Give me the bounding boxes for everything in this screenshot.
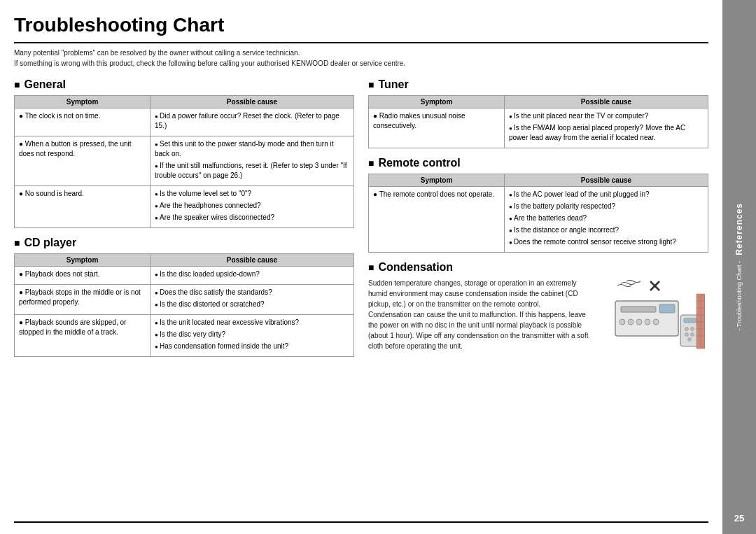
cd-cause-1: Is the disc loaded upside-down? <box>150 267 354 285</box>
table-row: ● Playback sounds are skipped, or stoppe… <box>15 315 354 357</box>
general-table: Symptom Possible cause ● The clock is no… <box>14 95 354 228</box>
cd-cause-2: Does the disc satisfy the standards? Is … <box>150 285 354 315</box>
table-row: ● When a button is pressed, the unit doe… <box>15 136 354 186</box>
svg-point-14 <box>685 332 689 336</box>
svg-rect-3 <box>621 307 656 312</box>
remote-section-title: Remote control <box>368 157 708 169</box>
cd-player-section-title: CD player <box>14 237 354 249</box>
table-row: ● The remote control does not operate. I… <box>369 187 708 253</box>
svg-point-7 <box>636 319 642 325</box>
right-column: Tuner Symptom Possible cause ● Radio mak… <box>368 78 708 365</box>
general-cause-header: Possible cause <box>150 96 354 108</box>
tuner-section-title: Tuner <box>368 78 708 91</box>
tuner-symptom-1: ● Radio makes unusual noise consecutivel… <box>369 108 505 148</box>
cd-symptom-3: ● Playback sounds are skipped, or stoppe… <box>15 315 150 357</box>
page-title: Troubleshooting Chart <box>14 14 708 43</box>
cd-symptom-1: ● Playback does not start. <box>15 267 150 285</box>
tuner-table: Symptom Possible cause ● Radio makes unu… <box>368 95 708 148</box>
tuner-cause-1: Is the unit placed near the TV or comput… <box>505 108 708 148</box>
table-row: ● Playback does not start. Is the disc l… <box>15 267 354 285</box>
table-row: ● Playback stops in the middle or is not… <box>15 285 354 315</box>
cd-cause-header: Possible cause <box>150 254 354 267</box>
sidebar: References - Troubleshooting Chart - 25 <box>722 0 756 534</box>
cd-symptom-2: ● Playback stops in the middle or is not… <box>15 285 150 315</box>
left-column: General Symptom Possible cause ● The clo… <box>14 78 354 365</box>
condensation-section: Sudden temperature changes, storage or o… <box>368 278 708 351</box>
bottom-border <box>14 521 708 523</box>
svg-rect-4 <box>659 304 675 313</box>
tuner-cause-header: Possible cause <box>505 96 708 108</box>
general-cause-1: Did a power failure occur? Reset the clo… <box>150 108 354 136</box>
tuner-symptom-header: Symptom <box>369 96 505 108</box>
svg-point-13 <box>691 327 694 330</box>
page-number: 25 <box>734 513 744 524</box>
cd-player-table: Symptom Possible cause ● Playback does n… <box>14 253 354 357</box>
table-row: ● No sound is heard. Is the volume level… <box>15 186 354 228</box>
remote-cause-1: Is the AC power lead of the unit plugged… <box>505 187 708 253</box>
general-cause-2: Set this unit to the power stand-by mode… <box>150 136 354 186</box>
sidebar-sub-text: - Troubleshooting Chart - <box>736 261 743 331</box>
intro-text: Many potential "problems" can be resolve… <box>14 48 708 69</box>
svg-rect-11 <box>684 318 696 323</box>
remote-table: Symptom Possible cause ● The remote cont… <box>368 174 708 253</box>
general-symptom-header: Symptom <box>15 96 150 108</box>
svg-point-15 <box>691 332 694 336</box>
general-symptom-1: ● The clock is not on time. <box>15 108 150 136</box>
condensation-section-title: Condensation <box>368 261 708 274</box>
remote-cause-header: Possible cause <box>505 174 708 187</box>
device-illustration <box>610 278 708 351</box>
svg-point-9 <box>653 319 659 325</box>
cd-symptom-header: Symptom <box>15 254 150 267</box>
general-symptom-2: ● When a button is pressed, the unit doe… <box>15 136 150 186</box>
cd-cause-3: Is the unit located near excessive vibra… <box>150 315 354 357</box>
condensation-text: Sudden temperature changes, storage or o… <box>368 278 596 351</box>
svg-point-8 <box>645 319 650 325</box>
general-cause-3: Is the volume level set to "0"? Are the … <box>150 186 354 228</box>
table-row: ● The clock is not on time. Did a power … <box>15 108 354 136</box>
svg-point-5 <box>620 319 625 325</box>
general-symptom-3: ● No sound is heard. <box>15 186 150 228</box>
remote-symptom-1: ● The remote control does not operate. <box>369 187 505 253</box>
sidebar-main-text: References <box>734 203 744 255</box>
svg-point-6 <box>628 319 634 325</box>
svg-point-16 <box>688 337 692 341</box>
table-row: ● Radio makes unusual noise consecutivel… <box>369 108 708 148</box>
svg-point-12 <box>685 327 689 330</box>
general-section-title: General <box>14 78 354 91</box>
remote-symptom-header: Symptom <box>369 174 505 187</box>
